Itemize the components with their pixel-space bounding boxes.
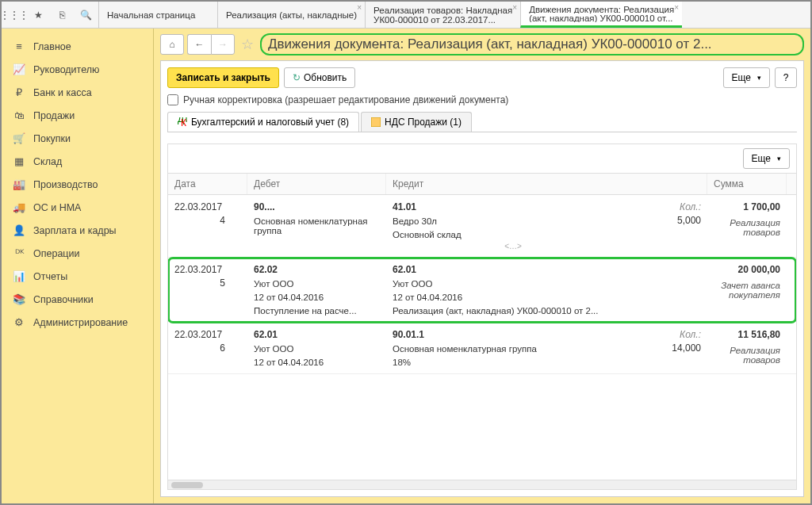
grid-body[interactable]: 22.03.2017490....Основная номенклатурная… [168,195,796,480]
help-button[interactable]: ? [775,67,797,88]
home-button[interactable]: ⌂ [160,34,184,55]
table-row[interactable]: 22.03.2017490....Основная номенклатурная… [168,195,796,258]
apps-icon[interactable]: ⋮⋮⋮ [6,7,22,23]
col-debit[interactable]: Дебет [247,174,386,194]
tab-title: Реализация (акты, накладные) [226,10,357,20]
sidebar-label: Администрирование [33,317,128,328]
horizontal-scrollbar[interactable] [168,480,796,489]
sidebar-icon: ₽ [13,86,25,98]
manual-edit-checkbox[interactable] [167,94,178,105]
qty-label: Кол.: [646,329,701,340]
tab-0[interactable]: Начальная страница [98,2,217,28]
table-row[interactable]: 22.03.2017562.02Уют ООО12 от 04.04.2016П… [168,258,796,323]
refresh-icon [293,72,301,83]
search-icon[interactable]: 🔍 [78,7,94,23]
sidebar-item-4[interactable]: 🛒Покупки [2,127,153,150]
debit-account: 90.... [254,201,380,212]
svg-rect-2 [371,117,381,127]
sidebar-icon: ᴰᴷ [13,247,25,259]
favorites-icon[interactable]: ★ [30,7,46,23]
sum-value: 20 000,00 [714,264,780,275]
sidebar-item-2[interactable]: ₽Банк и касса [2,81,153,104]
grid-toolbar: Еще [168,144,796,173]
top-bar: ⋮⋮⋮ ★ ⎘ 🔍 Начальная страницаРеализация (… [2,2,810,29]
col-date[interactable]: Дата [168,174,247,194]
sidebar-icon: 🛒 [13,132,25,144]
sidebar-label: Операции [33,248,79,259]
credit-sub: 18% [393,358,634,367]
debit-sub: Уют ООО [254,279,380,289]
more-button[interactable]: Еще [723,67,770,88]
tab-strip: Начальная страницаРеализация (акты, накл… [98,2,810,28]
subtab-label: НДС Продажи (1) [385,117,462,128]
credit-sub: Реализация (акт, накладная) УК00-000010 … [393,306,634,316]
tab-1[interactable]: Реализация (акты, накладные)× [217,2,365,28]
credit-sub: 12 от 04.04.2016 [393,293,634,302]
sidebar-item-3[interactable]: 🛍Продажи [2,104,153,127]
sidebar-icon: 👤 [13,224,25,236]
sidebar-item-7[interactable]: 🚚ОС и НМА [2,196,153,219]
sidebar-item-6[interactable]: 🏭Производство [2,173,153,196]
tab-2[interactable]: Реализация товаров: НакладнаяУК00-000010… [365,2,520,28]
entry-seq: 6 [174,342,241,354]
sidebar-label: Банк и касса [33,87,92,98]
sidebar-item-5[interactable]: ▦Склад [2,150,153,173]
accounting-icon: ДтКт [178,117,187,127]
favorite-star-icon[interactable]: ☆ [241,36,254,53]
page-title: Движения документа: Реализация (акт, нак… [268,36,712,52]
col-sum[interactable]: Сумма [707,174,787,194]
top-bar-icons: ⋮⋮⋮ ★ ⎘ 🔍 [2,2,98,28]
sidebar-label: Зарплата и кадры [33,225,117,236]
tab-title: Движения документа: Реализация [529,5,674,13]
grid-area: Еще Дата Дебет Кредит Сумма 22.03.201749… [167,143,797,490]
grid-more-button[interactable]: Еще [743,148,790,169]
tab-close-icon[interactable]: × [357,3,362,12]
sidebar-icon: 🏭 [13,178,25,190]
sidebar-icon: 📊 [13,270,25,282]
toolbar: Записать и закрыть Обновить Еще ? [167,67,797,88]
forward-button[interactable]: → [211,34,235,55]
tab-close-icon[interactable]: × [674,3,679,12]
entry-date: 22.03.2017 [174,329,241,340]
tab-close-icon[interactable]: × [512,3,517,12]
sidebar-label: ОС и НМА [33,202,81,213]
entry-date: 22.03.2017 [174,201,241,212]
sidebar-icon: ▦ [13,155,25,167]
sidebar-item-11[interactable]: 📚Справочники [2,288,153,311]
tab-subtitle: УК00-000010 от 22.03.2017... [373,15,512,25]
tab-3[interactable]: Движения документа: Реализация(акт, накл… [520,2,682,28]
sidebar-item-12[interactable]: ⚙Администрирование [2,311,153,334]
debit-sub: 12 от 04.04.2016 [254,358,380,367]
vat-icon [371,117,381,127]
history-icon[interactable]: ⎘ [54,7,70,23]
credit-sub: Основная номенклатурная группа [393,344,634,354]
sidebar-item-0[interactable]: ≡Главное [2,35,153,58]
sidebar-item-8[interactable]: 👤Зарплата и кадры [2,219,153,242]
sidebar-label: Склад [33,156,62,167]
credit-sub: Ведро 30л [393,216,634,226]
sidebar-item-1[interactable]: 📈Руководителю [2,58,153,81]
tab-title: Начальная страница [107,10,209,20]
subtab-1[interactable]: НДС Продажи (1) [361,112,472,132]
sum-desc: Реализация товаров [714,218,780,237]
refresh-button[interactable]: Обновить [284,67,355,88]
entry-seq: 5 [174,277,241,289]
sum-value: 11 516,80 [714,329,780,340]
page-title-box: Движения документа: Реализация (акт, нак… [260,33,804,55]
debit-account: 62.01 [254,329,380,340]
save-close-button[interactable]: Записать и закрыть [167,67,279,88]
col-credit[interactable]: Кредит [386,174,707,194]
sidebar-label: Главное [33,41,71,52]
nav-group: ← → [187,34,235,55]
svg-text:Кт: Кт [181,117,187,127]
manual-edit-row: Ручная корректировка (разрешает редактир… [167,94,797,105]
subtab-0[interactable]: ДтКтБухгалтерский и налоговый учет (8) [167,112,359,132]
sidebar-icon: ≡ [13,40,25,52]
debit-sub: Поступление на расче... [254,306,380,316]
credit-account: 62.01 [393,264,634,275]
sidebar-item-9[interactable]: ᴰᴷОперации [2,242,153,265]
sidebar-item-10[interactable]: 📊Отчеты [2,265,153,288]
back-button[interactable]: ← [187,34,211,55]
sidebar-label: Производство [33,179,98,190]
table-row[interactable]: 22.03.2017662.01Уют ООО12 от 04.04.20169… [168,323,796,374]
